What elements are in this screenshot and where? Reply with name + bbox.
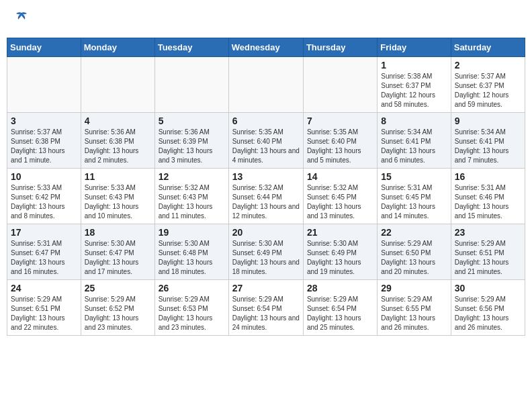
day-number: 5 [159, 116, 225, 126]
calendar-cell: 24Sunrise: 5:29 AM Sunset: 6:51 PM Dayli… [7, 280, 81, 336]
day-number: 27 [232, 283, 300, 293]
day-info: Sunrise: 5:29 AM Sunset: 6:54 PM Dayligh… [232, 295, 300, 332]
day-number: 16 [455, 171, 521, 182]
day-info: Sunrise: 5:33 AM Sunset: 6:43 PM Dayligh… [85, 183, 151, 221]
day-number: 20 [232, 227, 300, 238]
day-info: Sunrise: 5:29 AM Sunset: 6:51 PM Dayligh… [455, 239, 521, 277]
day-number: 19 [159, 227, 225, 238]
calendar-cell: 20Sunrise: 5:30 AM Sunset: 6:49 PM Dayli… [228, 224, 303, 280]
day-number: 23 [455, 227, 521, 238]
calendar-week-1: 1Sunrise: 5:38 AM Sunset: 6:37 PM Daylig… [7, 57, 525, 113]
day-info: Sunrise: 5:36 AM Sunset: 6:39 PM Dayligh… [159, 128, 225, 165]
day-number: 1 [381, 60, 447, 71]
calendar-cell: 21Sunrise: 5:30 AM Sunset: 6:49 PM Dayli… [303, 224, 377, 280]
col-header-thursday: Thursday [303, 38, 377, 57]
day-info: Sunrise: 5:29 AM Sunset: 6:50 PM Dayligh… [381, 239, 447, 277]
day-number: 9 [455, 116, 521, 126]
calendar-cell: 10Sunrise: 5:33 AM Sunset: 6:42 PM Dayli… [7, 169, 81, 224]
calendar-cell: 7Sunrise: 5:35 AM Sunset: 6:40 PM Daylig… [303, 113, 377, 169]
calendar-cell [228, 57, 303, 113]
day-info: Sunrise: 5:29 AM Sunset: 6:52 PM Dayligh… [85, 295, 151, 332]
logo-bird-icon [15, 11, 28, 26]
day-info: Sunrise: 5:33 AM Sunset: 6:42 PM Dayligh… [11, 183, 77, 221]
calendar-cell: 14Sunrise: 5:32 AM Sunset: 6:45 PM Dayli… [303, 169, 377, 224]
day-info: Sunrise: 5:29 AM Sunset: 6:55 PM Dayligh… [381, 295, 447, 332]
calendar-cell: 4Sunrise: 5:36 AM Sunset: 6:38 PM Daylig… [81, 113, 154, 169]
calendar-header-row: SundayMondayTuesdayWednesdayThursdayFrid… [7, 38, 525, 57]
calendar-cell: 15Sunrise: 5:31 AM Sunset: 6:45 PM Dayli… [378, 169, 451, 224]
day-number: 26 [159, 283, 225, 293]
col-header-tuesday: Tuesday [154, 38, 228, 57]
calendar-cell: 28Sunrise: 5:29 AM Sunset: 6:54 PM Dayli… [303, 280, 377, 336]
calendar-week-4: 17Sunrise: 5:31 AM Sunset: 6:47 PM Dayli… [7, 224, 525, 280]
day-number: 12 [159, 171, 225, 182]
day-number: 17 [11, 227, 77, 238]
day-info: Sunrise: 5:37 AM Sunset: 6:38 PM Dayligh… [11, 128, 77, 165]
day-number: 18 [85, 227, 151, 238]
calendar-cell: 17Sunrise: 5:31 AM Sunset: 6:47 PM Dayli… [7, 224, 81, 280]
calendar-cell: 6Sunrise: 5:35 AM Sunset: 6:40 PM Daylig… [228, 113, 303, 169]
day-number: 3 [11, 116, 77, 126]
header [7, 7, 525, 31]
day-number: 24 [11, 283, 77, 293]
calendar-cell [7, 57, 81, 113]
logo [13, 10, 30, 28]
calendar-cell: 23Sunrise: 5:29 AM Sunset: 6:51 PM Dayli… [451, 224, 525, 280]
day-number: 11 [85, 171, 151, 182]
col-header-friday: Friday [378, 38, 451, 57]
day-info: Sunrise: 5:30 AM Sunset: 6:48 PM Dayligh… [159, 239, 225, 277]
day-number: 2 [455, 60, 521, 71]
calendar-cell: 16Sunrise: 5:31 AM Sunset: 6:46 PM Dayli… [451, 169, 525, 224]
calendar-week-3: 10Sunrise: 5:33 AM Sunset: 6:42 PM Dayli… [7, 169, 525, 224]
day-info: Sunrise: 5:36 AM Sunset: 6:38 PM Dayligh… [85, 128, 151, 165]
calendar-cell [303, 57, 377, 113]
day-number: 21 [307, 227, 373, 238]
calendar-cell: 12Sunrise: 5:32 AM Sunset: 6:43 PM Dayli… [154, 169, 228, 224]
day-info: Sunrise: 5:32 AM Sunset: 6:45 PM Dayligh… [307, 183, 373, 221]
day-info: Sunrise: 5:32 AM Sunset: 6:44 PM Dayligh… [232, 183, 300, 221]
calendar: SundayMondayTuesdayWednesdayThursdayFrid… [7, 38, 525, 336]
day-number: 14 [307, 171, 373, 182]
day-info: Sunrise: 5:30 AM Sunset: 6:49 PM Dayligh… [307, 239, 373, 277]
calendar-cell: 13Sunrise: 5:32 AM Sunset: 6:44 PM Dayli… [228, 169, 303, 224]
day-number: 29 [381, 283, 447, 293]
calendar-week-5: 24Sunrise: 5:29 AM Sunset: 6:51 PM Dayli… [7, 280, 525, 336]
calendar-cell: 26Sunrise: 5:29 AM Sunset: 6:53 PM Dayli… [154, 280, 228, 336]
day-info: Sunrise: 5:38 AM Sunset: 6:37 PM Dayligh… [381, 72, 447, 109]
col-header-saturday: Saturday [451, 38, 525, 57]
calendar-cell: 30Sunrise: 5:29 AM Sunset: 6:56 PM Dayli… [451, 280, 525, 336]
calendar-cell [81, 57, 154, 113]
day-info: Sunrise: 5:32 AM Sunset: 6:43 PM Dayligh… [159, 183, 225, 221]
day-info: Sunrise: 5:29 AM Sunset: 6:56 PM Dayligh… [455, 295, 521, 332]
day-info: Sunrise: 5:37 AM Sunset: 6:37 PM Dayligh… [455, 72, 521, 109]
calendar-cell: 9Sunrise: 5:34 AM Sunset: 6:41 PM Daylig… [451, 113, 525, 169]
col-header-monday: Monday [81, 38, 154, 57]
calendar-cell: 19Sunrise: 5:30 AM Sunset: 6:48 PM Dayli… [154, 224, 228, 280]
day-number: 30 [455, 283, 521, 293]
calendar-cell: 2Sunrise: 5:37 AM Sunset: 6:37 PM Daylig… [451, 57, 525, 113]
day-number: 6 [232, 116, 300, 126]
day-info: Sunrise: 5:30 AM Sunset: 6:47 PM Dayligh… [85, 239, 151, 277]
day-number: 15 [381, 171, 447, 182]
calendar-cell: 18Sunrise: 5:30 AM Sunset: 6:47 PM Dayli… [81, 224, 154, 280]
day-info: Sunrise: 5:34 AM Sunset: 6:41 PM Dayligh… [455, 128, 521, 165]
day-number: 7 [307, 116, 373, 126]
col-header-sunday: Sunday [7, 38, 81, 57]
day-info: Sunrise: 5:35 AM Sunset: 6:40 PM Dayligh… [232, 128, 300, 165]
calendar-cell: 22Sunrise: 5:29 AM Sunset: 6:50 PM Dayli… [378, 224, 451, 280]
day-number: 22 [381, 227, 447, 238]
day-number: 25 [85, 283, 151, 293]
calendar-cell: 1Sunrise: 5:38 AM Sunset: 6:37 PM Daylig… [378, 57, 451, 113]
calendar-cell: 27Sunrise: 5:29 AM Sunset: 6:54 PM Dayli… [228, 280, 303, 336]
calendar-cell: 8Sunrise: 5:34 AM Sunset: 6:41 PM Daylig… [378, 113, 451, 169]
day-info: Sunrise: 5:29 AM Sunset: 6:53 PM Dayligh… [159, 295, 225, 332]
day-info: Sunrise: 5:29 AM Sunset: 6:54 PM Dayligh… [307, 295, 373, 332]
logo-text-block [13, 10, 30, 28]
day-info: Sunrise: 5:31 AM Sunset: 6:47 PM Dayligh… [11, 239, 77, 277]
calendar-cell: 25Sunrise: 5:29 AM Sunset: 6:52 PM Dayli… [81, 280, 154, 336]
day-info: Sunrise: 5:31 AM Sunset: 6:46 PM Dayligh… [455, 183, 521, 221]
day-number: 13 [232, 171, 300, 182]
calendar-cell: 5Sunrise: 5:36 AM Sunset: 6:39 PM Daylig… [154, 113, 228, 169]
col-header-wednesday: Wednesday [228, 38, 303, 57]
day-number: 8 [381, 116, 447, 126]
